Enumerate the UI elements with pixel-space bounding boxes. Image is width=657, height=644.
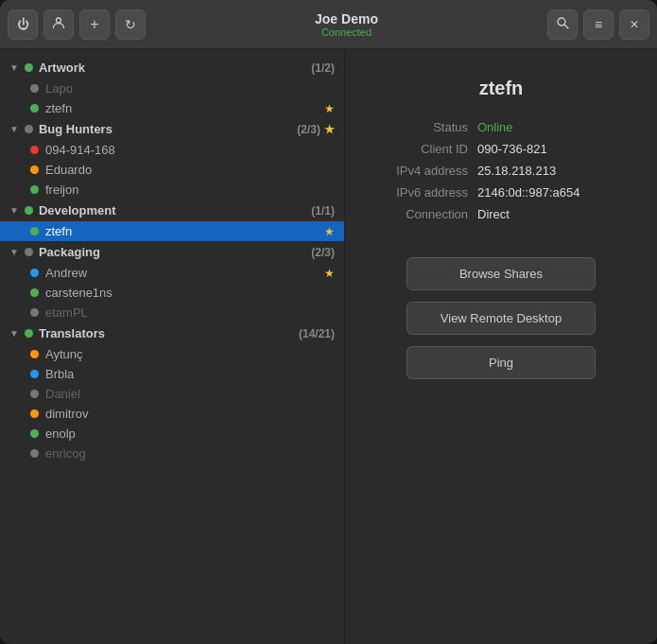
dot-brbla — [30, 370, 39, 378]
dot-freijon — [30, 185, 39, 194]
dot-artwork — [25, 63, 33, 72]
search-button[interactable] — [547, 9, 578, 40]
sidebar: ▼ Artwork (1/2) Lapo ztefn ★ ▼ Bug Hunte… — [0, 49, 345, 644]
chevron-development: ▼ — [9, 205, 19, 216]
member-name-carstene1ns: carstene1ns — [45, 286, 335, 300]
power-button[interactable]: ⏻ — [8, 9, 38, 40]
chevron-artwork: ▼ — [9, 62, 19, 73]
add-button[interactable]: + — [79, 9, 110, 40]
browse-shares-button[interactable]: Browse Shares — [406, 257, 596, 290]
dot-development — [25, 206, 33, 215]
member-etampl[interactable]: etamPL — [0, 303, 344, 322]
menu-icon: ≡ — [595, 17, 602, 32]
value-ipv4: 25.18.218.213 — [477, 164, 556, 178]
member-name-freijon: freijon — [45, 183, 335, 197]
label-ipv4: IPv4 address — [364, 164, 468, 178]
titlebar: ⏻ + ↻ Joe Demo Connected — [0, 0, 657, 49]
dot-andrew — [30, 269, 39, 277]
label-connection: Connection — [364, 207, 468, 221]
view-remote-desktop-button[interactable]: View Remote Desktop — [406, 302, 596, 335]
member-name-aytunc: Aytunç — [45, 347, 335, 361]
group-name-bughunters: Bug Hunters — [39, 122, 293, 136]
member-andrew[interactable]: Andrew ★ — [0, 263, 344, 283]
group-name-translators: Translators — [39, 326, 295, 340]
titlebar-center: Joe Demo Connected — [146, 11, 547, 38]
member-name-lapo: Lapo — [45, 81, 335, 96]
group-translators[interactable]: ▼ Translators (14/21) — [0, 322, 344, 344]
refresh-button[interactable]: ↻ — [115, 9, 146, 40]
group-count-bughunters: (2/3) — [297, 123, 320, 136]
info-row-ipv6: IPv6 address 2146:0d::987:a654 — [364, 185, 638, 200]
group-count-development: (1/1) — [311, 204, 335, 218]
chevron-bughunters: ▼ — [9, 124, 19, 134]
member-ztefn-artwork[interactable]: ztefn ★ — [0, 98, 344, 118]
dot-enolp — [30, 429, 39, 438]
label-client-id: Client ID — [364, 142, 468, 156]
star-ztefn-artwork: ★ — [324, 102, 335, 115]
info-row-status: Status Online — [364, 120, 638, 134]
dot-lapo — [30, 84, 39, 93]
member-name-ztefn-artwork: ztefn — [45, 101, 320, 115]
info-row-connection: Connection Direct — [364, 207, 638, 221]
group-count-artwork: (1/2) — [311, 61, 335, 75]
label-status: Status — [364, 120, 468, 134]
dot-ztefn-dev — [30, 227, 39, 235]
member-carstene1ns[interactable]: carstene1ns — [0, 283, 344, 303]
member-freijon[interactable]: freijon — [0, 180, 344, 200]
main-window: ⏻ + ↻ Joe Demo Connected — [0, 0, 657, 644]
group-packaging[interactable]: ▼ Packaging (2/3) — [0, 241, 344, 263]
menu-button[interactable]: ≡ — [583, 9, 614, 40]
dot-carstene1ns — [30, 288, 39, 297]
dot-daniel — [30, 390, 39, 398]
dot-bughunters — [25, 125, 33, 133]
value-connection: Direct — [477, 207, 510, 221]
value-ipv6: 2146:0d::987:a654 — [477, 185, 579, 200]
star-andrew: ★ — [324, 267, 335, 280]
dot-aytunc — [30, 350, 39, 358]
close-button[interactable]: ✕ — [619, 9, 649, 40]
dot-ztefn-artwork — [30, 104, 39, 113]
dot-translators — [25, 329, 33, 338]
dot-eduardo — [30, 165, 39, 174]
member-enricog[interactable]: enricog — [0, 444, 344, 463]
member-ztefn-dev[interactable]: ztefn ★ — [0, 221, 344, 241]
info-row-ipv4: IPv4 address 25.18.218.213 — [364, 164, 638, 178]
svg-point-0 — [57, 18, 61, 23]
member-lapo[interactable]: Lapo — [0, 78, 344, 98]
dot-etampl — [30, 308, 39, 317]
search-icon — [556, 16, 569, 32]
group-count-translators: (14/21) — [299, 327, 335, 340]
info-table: Status Online Client ID 090-736-821 IPv4… — [364, 120, 638, 229]
titlebar-left-controls: ⏻ + ↻ — [8, 9, 146, 40]
member-dimitrov[interactable]: dimitrov — [0, 404, 344, 424]
member-name-ztefn-dev: ztefn — [45, 224, 320, 238]
group-development[interactable]: ▼ Development (1/1) — [0, 200, 344, 221]
chevron-packaging: ▼ — [9, 247, 19, 257]
ping-button[interactable]: Ping — [406, 346, 596, 379]
member-name-eduardo: Eduardo — [45, 163, 335, 177]
member-aytunc[interactable]: Aytunç — [0, 344, 344, 364]
user-button[interactable] — [43, 9, 74, 40]
connection-status: Connected — [146, 26, 547, 38]
titlebar-right-controls: ≡ ✕ — [547, 9, 649, 40]
member-daniel[interactable]: Daniel — [0, 384, 344, 404]
member-094[interactable]: 094-914-168 — [0, 140, 344, 160]
member-name-daniel: Daniel — [45, 387, 335, 401]
user-icon — [52, 16, 65, 32]
group-artwork[interactable]: ▼ Artwork (1/2) — [0, 57, 344, 78]
member-eduardo[interactable]: Eduardo — [0, 160, 344, 180]
dot-packaging — [25, 248, 33, 256]
group-bughunters[interactable]: ▼ Bug Hunters (2/3) ★ — [0, 118, 344, 140]
add-icon: + — [90, 16, 98, 33]
star-bughunters: ★ — [324, 123, 335, 136]
value-client-id: 090-736-821 — [477, 142, 547, 156]
member-name-andrew: Andrew — [45, 266, 320, 280]
member-enolp[interactable]: enolp — [0, 424, 344, 444]
star-ztefn-dev: ★ — [324, 225, 335, 238]
value-status: Online — [477, 120, 513, 134]
member-brbla[interactable]: Brbla — [0, 364, 344, 384]
dot-enricog — [30, 449, 39, 458]
member-name-094: 094-914-168 — [45, 143, 335, 157]
refresh-icon: ↻ — [125, 17, 136, 32]
member-name-enolp: enolp — [45, 426, 335, 441]
